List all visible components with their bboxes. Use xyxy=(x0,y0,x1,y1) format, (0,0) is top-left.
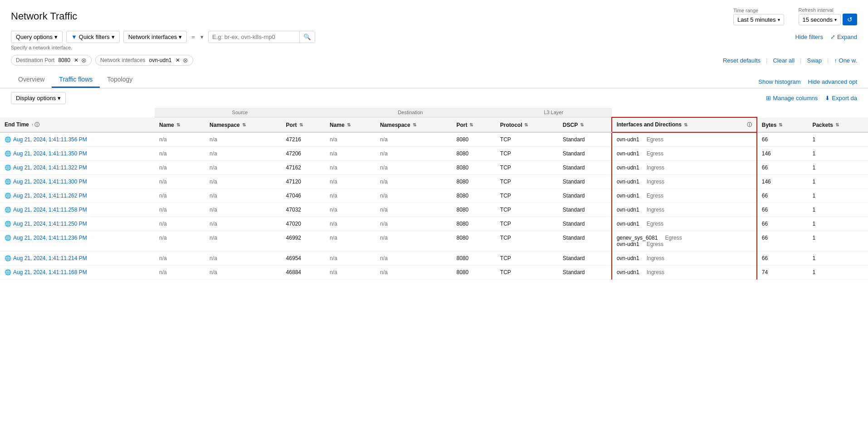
cell-dst-namespace: n/a xyxy=(375,203,452,217)
refresh-label: Refresh interval xyxy=(799,7,834,13)
group-header-source: Source xyxy=(155,108,325,117)
cell-end-time: 🌐Aug 21, 2024, 1:41:11.300 PM xyxy=(0,174,155,188)
cell-src-port: 46884 xyxy=(282,265,325,279)
cell-interfaces: ovn-udn1Egress xyxy=(612,132,757,147)
cell-src-name: n/a xyxy=(155,174,205,188)
filter-search-input[interactable] xyxy=(209,31,299,43)
bytes-sort-icon[interactable]: ⇅ xyxy=(779,122,782,127)
packets-sort-icon[interactable]: ⇅ xyxy=(835,122,839,127)
hide-advanced-button[interactable]: Hide advanced opt xyxy=(808,78,857,85)
table-row[interactable]: 🌐Aug 21, 2024, 1:41:11.258 PMn/an/a47032… xyxy=(0,203,868,217)
expand-button[interactable]: ⤢ Expand xyxy=(830,34,857,40)
table-row[interactable]: 🌐Aug 21, 2024, 1:41:11.168 PMn/an/a46884… xyxy=(0,265,868,279)
cell-src-port: 47032 xyxy=(282,203,325,217)
cell-dst-namespace: n/a xyxy=(375,251,452,265)
table-row[interactable]: 🌐Aug 21, 2024, 1:41:11.322 PMn/an/a47162… xyxy=(0,160,868,174)
cell-src-port: 46992 xyxy=(282,231,325,251)
table-row[interactable]: 🌐Aug 21, 2024, 1:41:11.214 PMn/an/a46954… xyxy=(0,251,868,265)
table-row[interactable]: 🌐Aug 21, 2024, 1:41:11.350 PMn/an/a47206… xyxy=(0,146,868,160)
cell-src-name: n/a xyxy=(155,160,205,174)
cell-interfaces: genev_sys_6081Egressovn-udn1Egress xyxy=(612,231,757,251)
dst-port-sort-icon[interactable]: ⇅ xyxy=(469,122,473,127)
manage-columns-button[interactable]: ⊞ Manage columns xyxy=(766,95,818,101)
cell-end-time: 🌐Aug 21, 2024, 1:41:11.350 PM xyxy=(0,146,155,160)
cell-end-time: 🌐Aug 21, 2024, 1:41:11.262 PM xyxy=(0,188,155,203)
cell-dst-namespace: n/a xyxy=(375,132,452,147)
cell-dst-name: n/a xyxy=(325,174,375,188)
dscp-sort-icon[interactable]: ⇅ xyxy=(580,122,584,127)
network-interfaces-remove-button[interactable]: ✕ xyxy=(176,57,180,63)
active-filters-bar: Destination Port 8080 ✕ ⊗ Network interf… xyxy=(0,52,868,68)
src-name-sort-icon[interactable]: ⇅ xyxy=(176,122,180,127)
network-interfaces-caret-icon: ▾ xyxy=(179,34,182,40)
page-header: Network Traffic Time range Last 5 minute… xyxy=(0,0,868,25)
col-dst-ns-header: Namespace⇅ xyxy=(375,117,452,132)
table-row[interactable]: 🌐Aug 21, 2024, 1:41:11.262 PMn/an/a47046… xyxy=(0,188,868,203)
display-bar-right: ⊞ Manage columns ⬇ Export da xyxy=(766,95,857,101)
table-row[interactable]: 🌐Aug 21, 2024, 1:41:11.250 PMn/an/a47020… xyxy=(0,217,868,231)
col-packets-header: Packets⇅ xyxy=(808,117,868,132)
end-time-info-icon[interactable]: ⓘ xyxy=(34,121,39,128)
protocol-sort-icon[interactable]: ⇅ xyxy=(524,122,528,127)
hide-filters-button[interactable]: Hide filters xyxy=(795,34,823,40)
reset-defaults-button[interactable]: Reset defaults xyxy=(723,57,761,64)
destination-port-clear-button[interactable]: ⊗ xyxy=(81,57,87,64)
cell-src-port: 47020 xyxy=(282,217,325,231)
refresh-button[interactable]: ↺ xyxy=(843,14,857,25)
cell-src-name: n/a xyxy=(155,217,205,231)
iface-info-icon[interactable]: ⓘ xyxy=(747,121,752,128)
cell-dscp: Standard xyxy=(558,265,612,279)
cell-dscp: Standard xyxy=(558,160,612,174)
tab-overview[interactable]: Overview xyxy=(11,72,52,88)
cell-dst-name: n/a xyxy=(325,265,375,279)
globe-icon: 🌐 xyxy=(5,178,11,185)
cell-packets: 1 xyxy=(808,203,868,217)
cell-bytes: 74 xyxy=(757,265,808,279)
network-interfaces-button[interactable]: Network interfaces ▾ xyxy=(123,31,187,43)
display-options-button[interactable]: Display options ▾ xyxy=(11,92,66,104)
show-histogram-button[interactable]: Show histogram xyxy=(758,78,800,85)
cell-dst-name: n/a xyxy=(325,251,375,265)
network-interfaces-clear-button[interactable]: ⊗ xyxy=(183,57,188,64)
cell-bytes: 146 xyxy=(757,146,808,160)
dst-name-sort-icon[interactable]: ⇅ xyxy=(347,122,351,127)
dst-ns-sort-icon[interactable]: ⇅ xyxy=(413,122,416,127)
cell-dscp: Standard xyxy=(558,146,612,160)
one-way-button[interactable]: ↑ One w. xyxy=(834,57,857,64)
refresh-interval-select[interactable]: 15 seconds ▾ xyxy=(799,14,841,25)
cell-protocol: TCP xyxy=(496,160,558,174)
quick-filters-button[interactable]: ▼ Quick filters ▾ xyxy=(66,31,120,43)
cell-bytes: 66 xyxy=(757,231,808,251)
cell-end-time: 🌐Aug 21, 2024, 1:41:11.250 PM xyxy=(0,217,155,231)
filter-search-icon-button[interactable]: 🔍 xyxy=(299,31,315,43)
cell-dst-port: 8080 xyxy=(452,203,495,217)
cell-dst-port: 8080 xyxy=(452,174,495,188)
swap-button[interactable]: Swap xyxy=(807,57,822,64)
cell-dst-port: 8080 xyxy=(452,132,495,147)
clear-all-button[interactable]: Clear all xyxy=(773,57,795,64)
table-row[interactable]: 🌐Aug 21, 2024, 1:41:11.300 PMn/an/a47120… xyxy=(0,174,868,188)
src-ns-sort-icon[interactable]: ⇅ xyxy=(242,122,246,127)
cell-bytes: 66 xyxy=(757,203,808,217)
cell-dst-port: 8080 xyxy=(452,251,495,265)
quick-filters-caret-icon: ▾ xyxy=(112,34,115,40)
cell-end-time: 🌐Aug 21, 2024, 1:41:11.258 PM xyxy=(0,203,155,217)
traffic-flows-table: Source Destination L3 Layer End Time ↑ ⓘ… xyxy=(0,108,868,280)
destination-port-remove-button[interactable]: ✕ xyxy=(74,57,78,63)
src-port-sort-icon[interactable]: ⇅ xyxy=(299,122,303,127)
export-data-button[interactable]: ⬇ Export da xyxy=(825,95,857,101)
query-options-button[interactable]: Query options ▾ xyxy=(11,31,63,43)
cell-dst-name: n/a xyxy=(325,188,375,203)
cell-interfaces: ovn-udn1Ingress xyxy=(612,174,757,188)
tab-traffic-flows[interactable]: Traffic flows xyxy=(52,72,100,88)
time-range-select[interactable]: Last 5 minutes ▾ xyxy=(733,14,784,25)
table-row[interactable]: 🌐Aug 21, 2024, 1:41:11.356 PMn/an/a47216… xyxy=(0,132,868,147)
cell-dst-port: 8080 xyxy=(452,146,495,160)
col-bytes-header: Bytes⇅ xyxy=(757,117,808,132)
iface-sort-icon[interactable]: ⇅ xyxy=(684,122,688,127)
table-row[interactable]: 🌐Aug 21, 2024, 1:41:11.236 PMn/an/a46992… xyxy=(0,231,868,251)
globe-icon: 🌐 xyxy=(5,136,11,143)
end-time-sort-icon[interactable]: ↑ xyxy=(31,122,34,127)
cell-dst-name: n/a xyxy=(325,231,375,251)
tab-topology[interactable]: Topology xyxy=(100,72,140,88)
